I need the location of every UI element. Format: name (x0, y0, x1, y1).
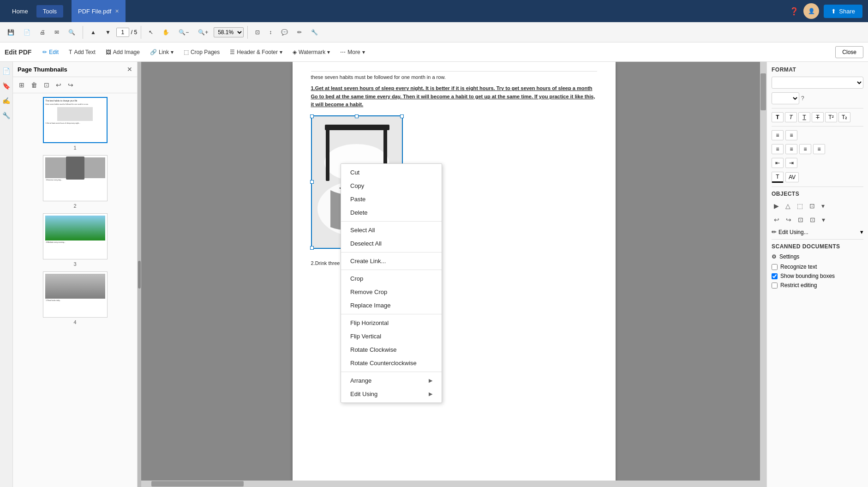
obj-copy-btn[interactable]: ⊡ (796, 215, 806, 225)
bullet-list-button[interactable]: ≡ (772, 130, 784, 140)
obj-triangle-btn[interactable]: △ (783, 201, 793, 211)
watermark-button[interactable]: ◈ Watermark ▾ (288, 47, 335, 58)
obj-redo-btn[interactable]: ↪ (784, 215, 794, 225)
print-button[interactable]: 🖨 (36, 27, 49, 38)
numbered-list-button[interactable]: ≡ (785, 130, 797, 140)
ctx-cut[interactable]: Cut (341, 166, 442, 179)
obj-more-btn[interactable]: ⊡ (807, 201, 817, 211)
page-input[interactable] (116, 28, 129, 37)
thumb-merge-btn[interactable]: ⊡ (42, 80, 52, 90)
handle-tm[interactable] (355, 114, 359, 118)
settings-row[interactable]: ⚙ Settings (772, 253, 863, 260)
superscript-button[interactable]: T² (825, 112, 837, 122)
handle-tl[interactable] (310, 114, 314, 118)
more-button[interactable]: ⋯ More ▾ (335, 47, 369, 58)
obj-dropdown-btn[interactable]: ▾ (819, 201, 827, 211)
ctx-flip-horizontal[interactable]: Flip Horizontal (341, 316, 442, 330)
avatar[interactable]: 👤 (803, 3, 819, 19)
align-center-button[interactable]: ≡ (785, 144, 797, 154)
zoom-select[interactable]: 58.1% 100% 75% 50% (214, 27, 244, 37)
comment-button[interactable]: 💬 (277, 27, 292, 38)
prev-page-button[interactable]: ▲ (87, 27, 100, 38)
scrollbar-thumb[interactable] (760, 73, 766, 110)
ctx-delete[interactable]: Delete (341, 206, 442, 219)
ctx-rotate-cw[interactable]: Rotate Clockwise (341, 343, 442, 356)
ctx-arrange[interactable]: Arrange ▶ (341, 374, 442, 387)
ctx-create-link[interactable]: Create Link... (341, 254, 442, 268)
strikethrough-button[interactable]: T (812, 112, 824, 122)
select-tool-button[interactable]: ↖ (145, 27, 157, 38)
header-footer-button[interactable]: ☰ Header & Footer ▾ (225, 47, 287, 58)
h-scrollbar-thumb[interactable] (151, 481, 244, 487)
crop-pages-button[interactable]: ⬚ Crop Pages (179, 47, 224, 58)
obj-more2-btn[interactable]: ▾ (820, 215, 827, 225)
handle-tr[interactable] (400, 114, 404, 118)
zoom-in-button[interactable]: 🔍+ (194, 27, 212, 38)
restrict-editing-checkbox[interactable] (772, 283, 778, 289)
ctx-edit-using[interactable]: Edit Using ▶ (341, 387, 442, 401)
obj-paste-btn[interactable]: ⊡ (808, 215, 818, 225)
thumbnail-3[interactable]: 4.Meditate every morning... 3 (43, 213, 108, 267)
show-bounding-checkbox[interactable] (772, 273, 778, 279)
fit-page-button[interactable]: ⊡ (251, 27, 263, 38)
save-button[interactable]: 💾 (4, 27, 18, 38)
add-text-button[interactable]: T Add Text (64, 47, 100, 58)
align-right-button[interactable]: ≡ (799, 144, 811, 154)
font-family-select[interactable] (772, 77, 863, 89)
zoom-out-button[interactable]: 🔍− (175, 27, 192, 38)
share-button[interactable]: ⬆ Share (824, 5, 862, 18)
thumbnail-4[interactable]: 5.Read books daily... 4 (43, 271, 108, 325)
ctx-crop[interactable]: Crop (341, 272, 442, 285)
add-image-button[interactable]: 🖼 Add Image (101, 47, 144, 58)
ctx-paste[interactable]: Paste (341, 192, 442, 206)
ctx-rotate-ccw[interactable]: Rotate Counterclockwise (341, 356, 442, 370)
thumb-grid-btn[interactable]: ⊞ (17, 80, 27, 90)
eyedropper-button[interactable]: 🔧 (307, 27, 322, 38)
v-scrollbar[interactable] (760, 62, 766, 487)
tools-strip-btn[interactable]: 🔧 (0, 110, 12, 121)
edit-using-dropdown[interactable]: ▾ (860, 228, 863, 235)
tools-button[interactable]: Tools (36, 5, 63, 18)
obj-undo-btn[interactable]: ↩ (772, 215, 782, 225)
italic-button[interactable]: T (785, 112, 797, 122)
bold-button[interactable]: T (772, 112, 784, 122)
bookmarks-strip-btn[interactable]: 🔖 (0, 80, 12, 91)
thumb-redo-btn[interactable]: ↪ (66, 80, 76, 90)
handle-bl[interactable] (310, 246, 314, 250)
recognize-text-checkbox[interactable] (772, 264, 778, 270)
link-button[interactable]: 🔗 Link ▾ (145, 47, 178, 58)
h-scrollbar[interactable] (138, 481, 760, 487)
ctx-deselect-all[interactable]: Deselect All (341, 237, 442, 250)
ctx-replace-image[interactable]: Replace Image (341, 299, 442, 312)
highlight-button[interactable]: AV (785, 172, 799, 182)
align-left-button[interactable]: ≡ (772, 144, 784, 154)
create-button[interactable]: 📄 (20, 27, 34, 38)
handle-ml[interactable] (310, 180, 314, 184)
ctx-select-all[interactable]: Select All (341, 223, 442, 237)
align-justify-button[interactable]: ≡ (813, 144, 825, 154)
pen-button[interactable]: ✏ (293, 27, 305, 38)
email-button[interactable]: ✉ (51, 27, 63, 38)
sidebar-close-button[interactable]: ✕ (127, 66, 132, 73)
indent-decrease-button[interactable]: ⇤ (772, 158, 784, 168)
thumbnail-2[interactable]: 3.Exercise every day... 2 (43, 155, 108, 209)
thumb-undo-btn[interactable]: ↩ (54, 80, 64, 90)
pages-strip-btn[interactable]: 📄 (0, 66, 12, 77)
text-color-button[interactable]: T (772, 172, 784, 183)
subscript-button[interactable]: T₂ (838, 112, 850, 122)
font-size-select[interactable] (772, 92, 799, 104)
ctx-remove-crop[interactable]: Remove Crop (341, 285, 442, 299)
obj-select-btn[interactable]: ▶ (772, 201, 781, 211)
thumbnail-1[interactable]: The best habits to change your life thes… (43, 97, 108, 150)
indent-increase-button[interactable]: ⇥ (785, 158, 797, 168)
signatures-strip-btn[interactable]: ✍ (0, 95, 12, 106)
fit-width-button[interactable]: ↕ (265, 27, 275, 38)
pdf-tab[interactable]: PDF File.pdf ✕ (72, 0, 126, 22)
edit-button[interactable]: ✏ Edit (38, 47, 63, 58)
obj-crop-btn[interactable]: ⬚ (795, 201, 805, 211)
close-button[interactable]: Close (835, 46, 863, 58)
hand-tool-button[interactable]: ✋ (159, 27, 173, 38)
tab-close-icon[interactable]: ✕ (115, 8, 119, 14)
underline-button[interactable]: T (798, 112, 810, 122)
help-icon[interactable]: ❓ (790, 7, 799, 16)
